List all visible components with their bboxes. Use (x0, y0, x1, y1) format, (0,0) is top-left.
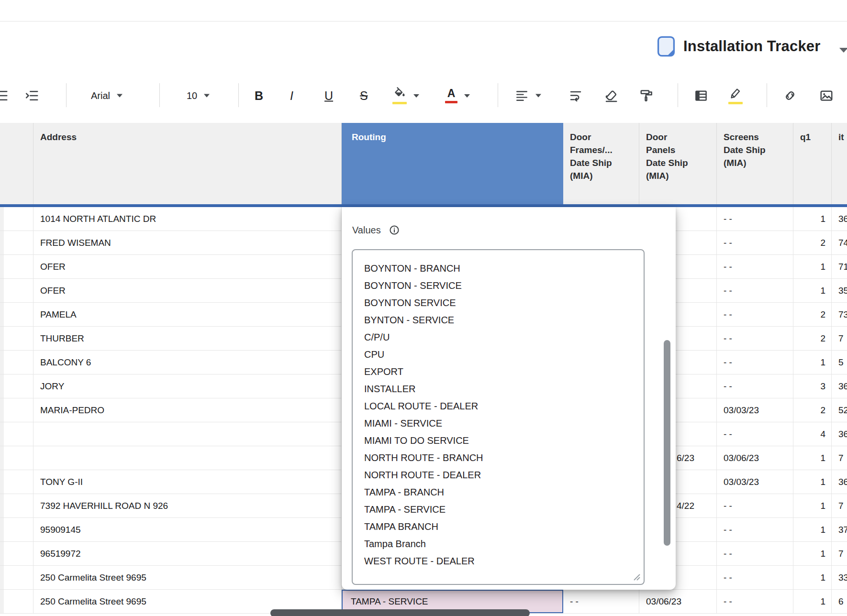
q1-cell[interactable]: 1 (793, 494, 832, 517)
overflow-cell[interactable]: 7 (832, 494, 847, 517)
screens-cell[interactable]: - - (717, 422, 793, 446)
routing-value-option[interactable]: BOYNTON - SERVICE (364, 277, 644, 294)
door-panels-cell[interactable]: 03/06/23 (639, 590, 717, 613)
screens-cell[interactable]: - - (717, 255, 793, 278)
routing-value-option[interactable]: MIAMI TO DO SERVICE (364, 432, 644, 449)
q1-cell[interactable]: 1 (793, 351, 832, 374)
address-cell[interactable]: THURBER (33, 327, 342, 350)
overflow-cell[interactable]: 52 (832, 398, 847, 422)
routing-value-option[interactable]: LOCAL ROUTE - DEALER (364, 397, 644, 415)
bold-button[interactable]: B (255, 90, 263, 102)
screens-cell[interactable]: - - (717, 590, 793, 613)
q1-cell[interactable]: 2 (793, 327, 832, 350)
paint-roller-button[interactable] (639, 88, 654, 103)
text-color-button[interactable]: A (445, 88, 470, 103)
routing-value-option[interactable]: BOYNTON - BRANCH (364, 260, 644, 277)
q1-cell[interactable]: 1 (793, 590, 832, 613)
values-box[interactable]: BOYNTON - BRANCH BOYNTON - SERVICE BOYNT… (352, 249, 645, 585)
strikethrough-button[interactable]: S (360, 90, 368, 102)
align-button[interactable] (515, 89, 541, 103)
indent-button[interactable] (25, 88, 39, 103)
routing-value-option[interactable]: TAMPA - SERVICE (364, 501, 644, 518)
q1-cell[interactable]: 1 (793, 518, 832, 541)
address-cell[interactable]: 96519972 (33, 542, 342, 565)
address-cell[interactable]: TONY G-II (33, 470, 342, 494)
address-cell[interactable]: 95909145 (33, 518, 342, 541)
screens-cell[interactable]: 03/03/23 (717, 470, 793, 494)
routing-value-option[interactable]: BYNTON - SERVICE (364, 311, 644, 329)
screens-cell[interactable]: - - (717, 231, 793, 254)
routing-value-option[interactable]: NORTH ROUTE - DEALER (364, 466, 644, 484)
text-wrap-button[interactable] (568, 88, 583, 103)
overflow-cell[interactable]: 73 (832, 303, 847, 326)
overflow-cell[interactable]: 33 (832, 566, 847, 589)
screens-cell[interactable]: - - (717, 494, 793, 517)
title-chevron-down-icon[interactable] (839, 48, 847, 53)
q1-cell[interactable]: 1 (793, 542, 832, 565)
font-family-select[interactable]: Arial (91, 90, 123, 101)
highlighter-button[interactable] (728, 87, 743, 104)
address-cell[interactable]: 250 Carmelita Street 9695 (33, 566, 342, 589)
overflow-cell[interactable]: 36 (832, 470, 847, 494)
routing-value-option[interactable]: MIAMI - SERVICE (364, 415, 644, 432)
overflow-cell[interactable]: 6 (832, 590, 847, 613)
overflow-cell[interactable]: 35 (832, 279, 847, 302)
info-icon[interactable] (389, 224, 400, 236)
cell-merge-button[interactable] (694, 88, 708, 103)
column-header-address[interactable]: Address (33, 123, 342, 204)
routing-value-option[interactable]: Tampa Branch (364, 535, 644, 552)
column-header-routing[interactable]: Routing (342, 123, 563, 204)
popup-scrollbar-thumb[interactable] (664, 340, 670, 546)
clear-format-button[interactable] (604, 88, 618, 103)
routing-value-option[interactable]: TAMPA BRANCH (364, 518, 644, 535)
screens-cell[interactable]: - - (717, 327, 793, 350)
q1-cell[interactable]: 3 (793, 374, 832, 398)
q1-cell[interactable]: 1 (793, 279, 832, 302)
address-cell[interactable]: 1014 NORTH ATLANTIC DR (33, 207, 342, 231)
q1-cell[interactable]: 2 (793, 231, 832, 254)
font-size-select[interactable]: 10 (187, 90, 210, 101)
address-cell[interactable]: OFER (33, 255, 342, 278)
address-cell[interactable]: 7392 HAVERHILL ROAD N 926 (33, 494, 342, 517)
address-cell[interactable]: BALCONY 6 (33, 351, 342, 374)
overflow-cell[interactable]: 5 (832, 351, 847, 374)
routing-value-option[interactable]: WEST ROUTE - DEALER (364, 552, 644, 570)
door-frames-cell[interactable]: - - (563, 590, 639, 613)
overflow-cell[interactable]: 7 (832, 327, 847, 350)
address-cell[interactable] (33, 446, 342, 470)
screens-cell[interactable]: - - (717, 279, 793, 302)
overflow-cell[interactable]: 7 (832, 542, 847, 565)
screens-cell[interactable]: - - (717, 566, 793, 589)
routing-value-option[interactable]: CPU (364, 346, 644, 363)
fill-color-button[interactable] (392, 87, 419, 104)
column-header-door-panels[interactable]: Door Panels Date Ship (MIA) (639, 123, 717, 204)
address-cell[interactable] (33, 422, 342, 446)
routing-value-option[interactable]: EXPORT (364, 363, 644, 380)
q1-cell[interactable]: 1 (793, 255, 832, 278)
q1-cell[interactable]: 1 (793, 470, 832, 494)
routing-value-option[interactable]: INSTALLER (364, 380, 644, 397)
resize-handle-icon[interactable] (633, 573, 641, 582)
overflow-cell[interactable]: 36 (832, 422, 847, 446)
overflow-cell[interactable]: 37 (832, 518, 847, 541)
screens-cell[interactable]: 03/06/23 (717, 446, 793, 470)
column-header-screens[interactable]: Screens Date Ship (MIA) (717, 123, 793, 204)
image-button[interactable] (819, 88, 834, 103)
overflow-cell[interactable]: 36 (832, 374, 847, 398)
address-cell[interactable]: JORY (33, 374, 342, 398)
q1-cell[interactable]: 1 (793, 207, 832, 231)
overflow-cell[interactable]: 71 (832, 255, 847, 278)
routing-value-option[interactable]: TAMPA - BRANCH (364, 484, 644, 501)
q1-cell[interactable]: 4 (793, 422, 832, 446)
routing-value-option[interactable]: NORTH ROUTE - BRANCH (364, 449, 644, 466)
screens-cell[interactable]: - - (717, 351, 793, 374)
routing-value-option[interactable]: C/P/U (364, 329, 644, 346)
underline-button[interactable]: U (324, 90, 333, 102)
column-header-door-frames[interactable]: Door Frames/... Date Ship (MIA) (563, 123, 639, 204)
overflow-cell[interactable]: 74 (832, 231, 847, 254)
link-button[interactable] (783, 88, 797, 103)
screens-cell[interactable]: - - (717, 542, 793, 565)
address-cell[interactable]: PAMELA (33, 303, 342, 326)
column-header-overflow[interactable]: it (832, 123, 847, 204)
overflow-cell[interactable]: 7 (832, 446, 847, 470)
